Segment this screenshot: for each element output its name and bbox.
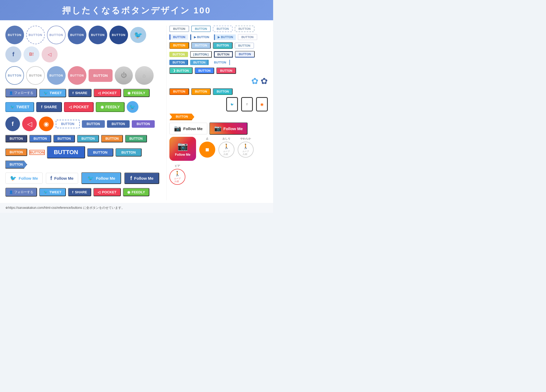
right-outline-btn1[interactable]: BUTTON: [169, 26, 189, 32]
twitter-circle-button[interactable]: 🐦: [127, 101, 138, 113]
right-pipe-btn1[interactable]: BUTTON: [169, 60, 188, 65]
right-left-border-btn2[interactable]: ▶ BUTTON: [190, 34, 212, 40]
pocket-button-large[interactable]: ◁ POCKET: [64, 102, 94, 112]
right-pipe-btn3[interactable]: BUTTON: [211, 60, 230, 65]
button-solid-purple[interactable]: BUTTON: [132, 120, 155, 128]
stop-button[interactable]: ■: [199, 142, 215, 158]
right-dashed-btn2[interactable]: BUTTON: [235, 26, 254, 32]
anim-stop-col: 止 ■: [199, 137, 215, 158]
button-green[interactable]: BUTTON: [125, 135, 147, 142]
button-blue2[interactable]: BUTTON: [53, 135, 75, 142]
button-outline-white[interactable]: BUTTON: [5, 66, 24, 85]
rss-icon-circle[interactable]: ◉: [39, 117, 54, 131]
tweet-button-small[interactable]: 🐦 TWEET: [39, 89, 66, 97]
right-chevron-blue[interactable]: BUTTON: [195, 67, 214, 74]
follow-button-small[interactable]: 👤 フォローする: [5, 89, 37, 97]
bideo-label: ビデ: [175, 164, 180, 168]
share-button-large-fb[interactable]: f SHARE: [36, 102, 62, 112]
phone-icon[interactable]: f: [241, 97, 253, 111]
right-accent-blue[interactable]: BUTTON: [191, 42, 211, 49]
right-outline-btn2[interactable]: BUTTON: [191, 26, 211, 32]
facebook-gear-icon[interactable]: ✿: [261, 76, 268, 86]
hatena-circle-icon[interactable]: B!: [23, 46, 39, 62]
button-darker-blue[interactable]: BUTTON: [109, 26, 128, 44]
right-plain-btn[interactable]: BUTTON: [238, 34, 257, 40]
pocket-button-small[interactable]: ◁ POCKET: [94, 89, 121, 97]
button-big-blue[interactable]: BUTTON: [47, 146, 85, 158]
facebook-icon-circle[interactable]: f: [5, 117, 20, 131]
twitter-gear-icon[interactable]: ✿: [251, 76, 258, 86]
right-accent-orange[interactable]: BUTTON: [169, 42, 189, 49]
follow-facebook-outline[interactable]: f Follow Me: [46, 173, 78, 184]
bideo-button[interactable]: 🚶 ムーブ入/切: [169, 169, 185, 185]
share-button-small-fb[interactable]: f SHARE: [68, 89, 92, 97]
button-solid-blue[interactable]: BUTTON: [82, 120, 105, 128]
right-pipe-btn2[interactable]: BUTTON: [190, 60, 209, 65]
right-chevron-teal[interactable]: BUTTON: [169, 67, 193, 74]
power-button[interactable]: ⏻: [115, 66, 133, 85]
pocket-icon-circle[interactable]: ◁: [22, 117, 37, 131]
twitter-circle-icon[interactable]: 🐦: [130, 27, 146, 43]
pocket-icon-lg: ◁: [69, 105, 72, 109]
button-orange[interactable]: BUTTON: [101, 135, 123, 142]
button-dashed-blue[interactable]: BUTTON: [56, 120, 80, 128]
right-bracket-btn[interactable]: BUTTON: [190, 51, 212, 58]
right-border-bold-btn[interactable]: BUTTON: [214, 51, 233, 58]
pocket-circle-icon[interactable]: ◁: [42, 46, 58, 62]
right-accent-teal[interactable]: BUTTON: [213, 42, 233, 49]
rss-device-icon[interactable]: ◉: [256, 97, 268, 111]
facebook-circle-icon[interactable]: f: [5, 46, 21, 62]
ig-follow-plain[interactable]: 📷 Follow Me: [169, 123, 207, 134]
yawaraka-button[interactable]: 🚶 ムーブ入/切: [238, 142, 254, 158]
button-dark-blue[interactable]: BUTTON: [89, 26, 107, 44]
share-button-bottom-fb[interactable]: f SHARE: [68, 188, 91, 196]
button-ribbon-white[interactable]: BUTTON: [29, 150, 45, 155]
button-soft-pink[interactable]: BUTTON: [68, 66, 86, 85]
button-outline-gray[interactable]: BUTTON: [26, 66, 45, 85]
right-orange4[interactable]: BUTTON: [191, 88, 211, 95]
right-accent-plain[interactable]: BUTTON: [235, 43, 254, 49]
social-share-row-large: 🐦 TWEET f SHARE ◁ POCKET ◉ FEEDLY 🐦: [5, 101, 164, 113]
right-orange-wide[interactable]: BUTTON: [169, 114, 194, 120]
button-mid[interactable]: BUTTON: [87, 148, 113, 157]
feedly-button-bottom[interactable]: ◉ FEEDLY: [123, 188, 149, 196]
anim-bideo-col: ビデ 🚶 ムーブ入/切: [169, 164, 185, 185]
button-soft-blue[interactable]: BUTTON: [47, 66, 66, 85]
tweet-button-bottom[interactable]: 🐦 TWEET: [39, 188, 66, 196]
home-button[interactable]: ⌂: [135, 66, 154, 85]
right-blue-bottom-btn[interactable]: BUTTON: [235, 51, 255, 58]
button-pill-pink[interactable]: BUTTON: [89, 69, 113, 82]
button-ribbon-orange[interactable]: BUTTON: [5, 149, 27, 156]
feedly-button-small[interactable]: ◉ FEEDLY: [123, 89, 150, 97]
follow-facebook-filled[interactable]: f Follow Me: [124, 173, 159, 184]
button-blue[interactable]: BUTTON: [29, 135, 51, 142]
button-medium-blue[interactable]: BUTTON: [68, 26, 86, 44]
pocket-button-bottom[interactable]: ◁ POCKET: [93, 188, 121, 196]
right-left-border-btn1[interactable]: BUTTON: [169, 34, 188, 40]
icon-circle-row: f ◁ ◉ BUTTON BUTTON BUTTON BUTTON: [5, 117, 164, 131]
tweet-button-large[interactable]: 🐦 TWEET: [5, 102, 34, 112]
follow-twitter-outline[interactable]: 🐦 Follow Me: [5, 173, 43, 184]
ig-follow-gradient[interactable]: 📷 Follow Me: [209, 122, 248, 135]
button-outline-solid[interactable]: BUTTON: [47, 26, 66, 44]
button-flat-blue[interactable]: BUTTON: [5, 26, 24, 44]
button-arrow-right[interactable]: BUTTON: [5, 161, 27, 169]
button-navy[interactable]: BUTTON: [5, 135, 27, 142]
button-mid-teal[interactable]: BUTTON: [115, 148, 142, 157]
ig-big-button[interactable]: 📷 Follow Me: [169, 137, 196, 161]
follow-button-bottom[interactable]: 👤 フォローする: [5, 188, 37, 197]
button-outline-dashed[interactable]: BUTTON: [26, 26, 45, 44]
oshiri-button[interactable]: 🚶 ムーブ入/切: [218, 142, 234, 158]
right-lime-btn[interactable]: BUTTON: [169, 52, 188, 57]
button-solid-blue2[interactable]: BUTTON: [107, 120, 130, 128]
right-chevron-row: BUTTON BUTTON BUTTON: [169, 67, 268, 74]
button-teal[interactable]: BUTTON: [77, 135, 99, 142]
right-chevron-red[interactable]: BUTTON: [216, 67, 236, 74]
right-teal2[interactable]: BUTTON: [213, 88, 233, 95]
follow-twitter-filled[interactable]: 🐦 Follow Me: [81, 172, 121, 184]
feedly-button-large[interactable]: ◉ FEEDLY: [96, 102, 125, 112]
right-dashed-btn1[interactable]: BUTTON: [213, 26, 233, 32]
tablet-icon[interactable]: 🐦: [226, 97, 238, 111]
right-orange3[interactable]: BUTTON: [169, 88, 189, 95]
right-arrow-btn[interactable]: ▶ BUTTON: [214, 34, 236, 40]
